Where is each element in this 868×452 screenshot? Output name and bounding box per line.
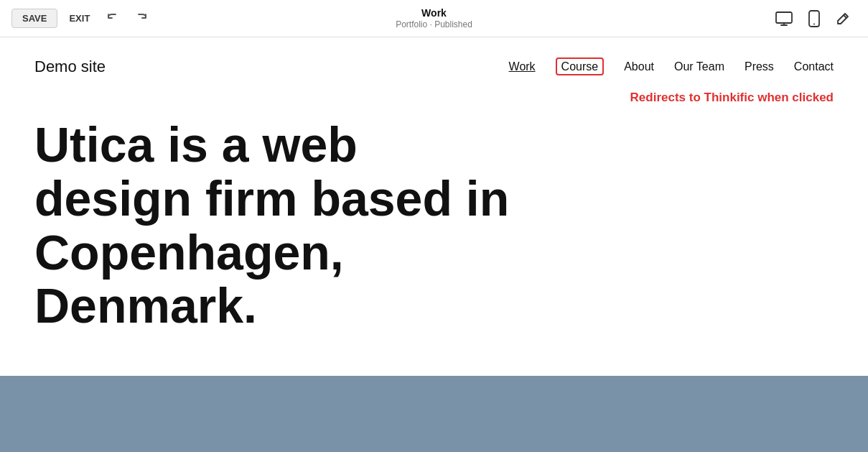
nav-link-work[interactable]: Work: [509, 60, 536, 73]
bottom-section: [0, 376, 868, 452]
toolbar: SAVE EXIT Work Portfolio · Published: [0, 0, 868, 37]
nav-item-press[interactable]: Press: [745, 60, 774, 73]
preview-area: Demo site Work Course About Our Team Pre…: [0, 37, 868, 452]
nav-item-about[interactable]: About: [624, 60, 654, 73]
nav-link-course[interactable]: Course: [556, 57, 605, 75]
hero-heading: Utica is a web design firm based in Cope…: [34, 118, 523, 333]
redo-button[interactable]: [130, 9, 153, 29]
site-nav: Demo site Work Course About Our Team Pre…: [0, 37, 868, 89]
toolbar-left: SAVE EXIT: [11, 9, 153, 29]
hero-section: Utica is a web design firm based in Cope…: [0, 89, 868, 376]
toolbar-right: [769, 6, 857, 32]
desktop-view-button[interactable]: [769, 6, 799, 31]
nav-link-ourteam[interactable]: Our Team: [674, 60, 724, 73]
page-subtitle: Portfolio · Published: [396, 19, 472, 31]
nav-link-press[interactable]: Press: [745, 60, 774, 73]
page-title: Work: [396, 6, 472, 19]
svg-rect-0: [776, 12, 792, 23]
save-button[interactable]: SAVE: [11, 9, 57, 28]
nav-item-contact[interactable]: Contact: [794, 60, 834, 73]
nav-link-contact[interactable]: Contact: [794, 60, 834, 73]
mobile-view-button[interactable]: [802, 6, 826, 32]
nav-link-about[interactable]: About: [624, 60, 654, 73]
nav-item-course[interactable]: Course: [556, 60, 605, 73]
edit-button[interactable]: [829, 6, 857, 31]
nav-item-work[interactable]: Work: [509, 60, 536, 73]
nav-links: Work Course About Our Team Press Contact: [509, 60, 834, 73]
undo-button[interactable]: [101, 9, 124, 29]
site-logo: Demo site: [34, 57, 106, 76]
svg-point-4: [813, 23, 815, 24]
exit-button[interactable]: EXIT: [63, 9, 95, 27]
nav-item-ourteam[interactable]: Our Team: [674, 60, 724, 73]
redirect-note: Redirects to Thinkific when clicked: [630, 91, 834, 105]
toolbar-center: Work Portfolio · Published: [396, 6, 472, 31]
